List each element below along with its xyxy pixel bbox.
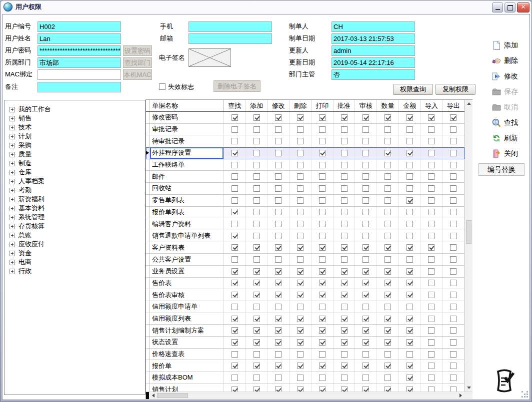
perm-cell[interactable]	[268, 360, 290, 372]
perm-cell[interactable]	[399, 135, 421, 147]
perm-cell[interactable]	[312, 112, 334, 123]
perm-cell[interactable]	[312, 183, 334, 194]
perm-cell[interactable]	[312, 337, 334, 348]
perm-cell[interactable]	[421, 218, 443, 230]
tree-item[interactable]: 系统管理	[4, 213, 145, 222]
tree-expand-icon[interactable]	[10, 188, 15, 193]
perm-cell[interactable]	[224, 313, 246, 325]
perm-cell[interactable]	[224, 124, 246, 135]
perm-cell[interactable]	[334, 147, 356, 159]
perm-cell[interactable]	[290, 337, 312, 348]
perm-cell[interactable]	[290, 349, 312, 360]
perm-query-button[interactable]: 权限查询	[393, 84, 433, 95]
perm-cell[interactable]	[290, 147, 312, 159]
local-mac-button[interactable]: 本机MAC	[123, 69, 152, 80]
perm-cell[interactable]	[224, 147, 246, 159]
perm-cell[interactable]	[334, 349, 356, 360]
perm-cell[interactable]	[442, 349, 464, 360]
tree-item[interactable]: 制造	[4, 159, 145, 168]
perm-cell[interactable]	[224, 349, 246, 360]
perm-cell[interactable]	[290, 242, 312, 254]
doc-name-cell[interactable]: 状态设置	[150, 337, 224, 348]
perm-cell[interactable]	[312, 195, 334, 206]
perm-cell[interactable]	[421, 183, 443, 194]
perm-cell[interactable]	[355, 195, 377, 206]
tree-expand-icon[interactable]	[10, 143, 15, 148]
perm-cell[interactable]	[377, 266, 399, 277]
perm-cell[interactable]	[355, 159, 377, 171]
find-department-button[interactable]: 查找部门	[123, 57, 152, 68]
perm-cell[interactable]	[421, 195, 443, 206]
perm-cell[interactable]	[312, 360, 334, 372]
perm-cell[interactable]	[290, 171, 312, 182]
perm-cell[interactable]	[334, 360, 356, 372]
perm-cell[interactable]	[377, 218, 399, 230]
perm-cell[interactable]	[224, 266, 246, 277]
tree-expand-icon[interactable]	[10, 260, 15, 265]
invalid-flag-checkbox[interactable]	[159, 83, 166, 90]
tree-expand-icon[interactable]	[10, 242, 15, 247]
perm-cell[interactable]	[442, 337, 464, 348]
perm-cell[interactable]	[355, 278, 377, 289]
perm-cell[interactable]	[421, 230, 443, 242]
perm-cell[interactable]	[421, 207, 443, 218]
perm-cell[interactable]	[377, 195, 399, 206]
tree-item[interactable]: 质量	[4, 150, 145, 159]
find-button[interactable]: 查找	[492, 116, 518, 129]
perm-cell[interactable]	[312, 147, 334, 159]
department-field[interactable]: 市场部	[38, 57, 121, 68]
delete-button[interactable]: 删除	[492, 54, 518, 67]
tree-expand-icon[interactable]	[10, 107, 15, 112]
tree-item[interactable]: 我的工作台	[4, 105, 145, 114]
tree-expand-icon[interactable]	[10, 206, 15, 211]
perm-cell[interactable]	[334, 301, 356, 313]
perm-cell[interactable]	[334, 325, 356, 336]
tree-expand-icon[interactable]	[10, 116, 15, 121]
perm-cell[interactable]	[377, 112, 399, 123]
perm-cell[interactable]	[377, 384, 399, 392]
tree-item[interactable]: 销售	[4, 114, 145, 123]
perm-cell[interactable]	[334, 195, 356, 206]
perm-cell[interactable]	[224, 159, 246, 171]
perm-cell[interactable]	[224, 207, 246, 218]
perm-cell[interactable]	[246, 230, 268, 242]
perm-cell[interactable]	[442, 147, 464, 159]
perm-cell[interactable]	[268, 147, 290, 159]
vertical-scroll-thumb[interactable]	[466, 220, 472, 244]
perm-cell[interactable]	[377, 124, 399, 135]
tree-item[interactable]: 资金	[4, 249, 145, 258]
perm-cell[interactable]	[268, 124, 290, 135]
perm-cell[interactable]	[334, 112, 356, 123]
doc-name-cell[interactable]: 售价表	[150, 278, 224, 289]
perm-cell[interactable]	[421, 112, 443, 123]
perm-cell[interactable]	[399, 112, 421, 123]
tree-item[interactable]: 人事档案	[4, 177, 145, 186]
perm-cell[interactable]	[290, 289, 312, 301]
perm-cell[interactable]	[399, 147, 421, 159]
perm-cell[interactable]	[355, 384, 377, 392]
perm-cell[interactable]	[399, 289, 421, 301]
perm-cell[interactable]	[442, 207, 464, 218]
perm-cell[interactable]	[246, 207, 268, 218]
perm-cell[interactable]	[421, 349, 443, 360]
perm-cell[interactable]	[355, 360, 377, 372]
perm-cell[interactable]	[290, 278, 312, 289]
tree-expand-icon[interactable]	[10, 134, 15, 139]
scroll-right-button[interactable]	[456, 392, 464, 399]
perm-cell[interactable]	[421, 360, 443, 372]
perm-cell[interactable]	[334, 372, 356, 384]
perm-cell[interactable]	[290, 183, 312, 194]
perm-cell[interactable]	[377, 147, 399, 159]
delete-esign-button[interactable]: 删除电子签名	[214, 80, 260, 92]
perm-cell[interactable]	[246, 278, 268, 289]
perm-cell[interactable]	[246, 242, 268, 254]
perm-cell[interactable]	[399, 171, 421, 182]
perm-cell[interactable]	[334, 337, 356, 348]
perm-cell[interactable]	[334, 278, 356, 289]
perm-cell[interactable]	[246, 147, 268, 159]
perm-cell[interactable]	[246, 218, 268, 230]
perm-cell[interactable]	[268, 218, 290, 230]
perm-cell[interactable]	[268, 313, 290, 325]
perm-cell[interactable]	[312, 349, 334, 360]
doc-name-cell[interactable]: 信用额度列表	[150, 313, 224, 325]
